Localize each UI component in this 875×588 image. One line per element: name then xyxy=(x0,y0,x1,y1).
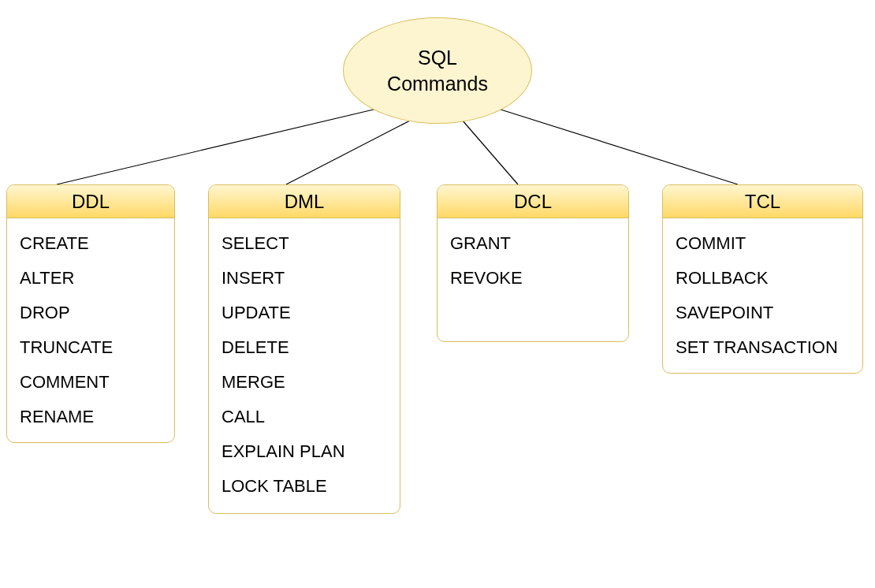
list-item: EXPLAIN PLAN xyxy=(222,434,387,469)
panel-dcl-body: GRANT REVOKE xyxy=(438,218,628,303)
list-item: CALL xyxy=(222,400,387,434)
root-title-line1: SQL xyxy=(418,47,457,69)
panel-ddl: DDL CREATE ALTER DROP TRUNCATE COMMENT R… xyxy=(6,184,175,443)
panel-tcl: TCL COMMIT ROLLBACK SAVEPOINT SET TRANSA… xyxy=(662,184,863,374)
root-title-line2: Commands xyxy=(387,73,488,95)
list-item: COMMENT xyxy=(20,365,162,400)
svg-line-3 xyxy=(498,109,738,184)
panel-ddl-header: DDL xyxy=(7,185,174,218)
list-item: MERGE xyxy=(222,365,387,400)
list-item: COMMIT xyxy=(676,226,850,261)
list-item: SELECT xyxy=(222,226,387,261)
list-item: DROP xyxy=(20,296,162,330)
panel-dcl-header: DCL xyxy=(438,185,628,218)
list-item: INSERT xyxy=(222,261,387,296)
list-item: TRUNCATE xyxy=(20,330,162,365)
panel-tcl-body: COMMIT ROLLBACK SAVEPOINT SET TRANSACTIO… xyxy=(663,218,862,373)
list-item: SET TRANSACTION xyxy=(676,330,850,365)
list-item: REVOKE xyxy=(450,261,616,296)
panel-tcl-header: TCL xyxy=(663,185,862,218)
list-item: GRANT xyxy=(450,226,616,261)
root-node-sql-commands: SQL Commands xyxy=(343,17,532,124)
list-item: RENAME xyxy=(20,400,162,434)
list-item: UPDATE xyxy=(222,296,387,330)
panel-dcl: DCL GRANT REVOKE xyxy=(437,184,629,342)
list-item: CREATE xyxy=(20,226,162,261)
list-item: ROLLBACK xyxy=(676,261,850,296)
panel-dml: DML SELECT INSERT UPDATE DELETE MERGE CA… xyxy=(208,184,400,514)
svg-line-0 xyxy=(57,109,377,184)
list-item: LOCK TABLE xyxy=(222,469,387,504)
panel-ddl-body: CREATE ALTER DROP TRUNCATE COMMENT RENAM… xyxy=(7,218,174,442)
panel-dml-body: SELECT INSERT UPDATE DELETE MERGE CALL E… xyxy=(209,218,400,513)
panel-dml-header: DML xyxy=(209,185,400,218)
list-item: SAVEPOINT xyxy=(676,296,850,330)
svg-line-2 xyxy=(462,120,518,184)
list-item: ALTER xyxy=(20,261,162,296)
list-item: DELETE xyxy=(222,330,387,365)
svg-line-1 xyxy=(286,120,411,184)
